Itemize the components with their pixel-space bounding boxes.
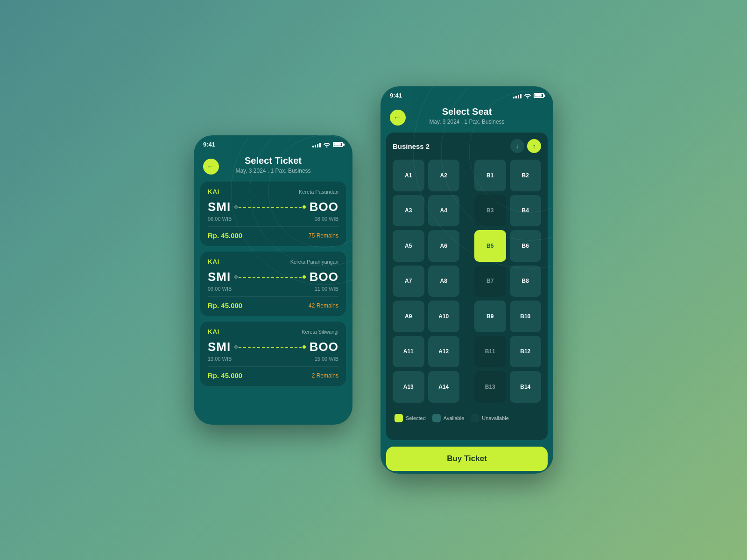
arrive-time-1: 11.00 WIB [315,286,338,292]
price-1: Rp. 45.000 [208,301,242,309]
train-name-2: Kereta Siliwangi [302,329,338,335]
seat-b13: B13 [474,371,506,403]
next-car-button[interactable]: ↑ [527,139,541,153]
legend-available-label: Available [444,415,464,421]
from-station-1: SMI [208,270,231,284]
status-time-left: 9:41 [203,141,215,148]
seat-b14[interactable]: B14 [510,371,542,403]
left-phone: 9:41 ← Select Ticket May, 3 2024 . 1 Pax… [194,135,352,425]
arrive-time-2: 15.00 WIB [315,356,338,362]
depart-time-0: 06.00 WIB [208,216,232,222]
seat-b2[interactable]: B2 [510,160,542,191]
back-button-right[interactable]: ← [390,110,406,126]
seat-a10[interactable]: A10 [428,301,460,332]
seat-a8[interactable]: A8 [428,266,460,297]
seat-b9[interactable]: B9 [474,301,506,332]
seat-a4[interactable]: A4 [428,195,460,227]
seat-a7[interactable]: A7 [393,266,424,297]
selected-dot [395,414,403,422]
seat-a9[interactable]: A9 [393,301,424,332]
page-title-right: Select Seat [390,106,544,117]
back-arrow-icon-right: ← [394,114,401,121]
seat-a11[interactable]: A11 [393,336,424,368]
aisle-spacer-row-6 [463,371,471,403]
available-dot [432,414,441,422]
aisle-spacer-row-5 [463,336,471,368]
seat-b7: B7 [474,266,506,297]
seat-b10[interactable]: B10 [510,301,542,332]
seat-header: Business 2 ↓ ↑ [393,139,541,153]
aisle-spacer-row-4 [463,301,471,332]
kai-logo-2: KAI [208,328,219,335]
aisle-spacer-row-3 [463,266,471,297]
seat-b4[interactable]: B4 [510,195,542,227]
seat-a5[interactable]: A5 [393,230,424,262]
seat-b11: B11 [474,336,506,368]
seat-a13[interactable]: A13 [393,371,424,403]
kai-logo-0: KAI [208,188,219,195]
to-station-2: BOO [310,340,338,354]
back-arrow-icon: ← [207,163,214,170]
legend-available: Available [432,414,464,422]
back-button-left[interactable]: ← [203,159,219,175]
seat-container: Business 2 ↓ ↑ A1A2B1B2A3A4B3B4A5A6B5B6A… [386,133,548,440]
seat-b1[interactable]: B1 [474,160,506,191]
ticket-card-1[interactable]: KAI Kereta Parahiyangan SMI BOO 09.00 WI… [200,252,346,316]
page-title-left: Select Ticket [203,155,343,166]
seat-a12[interactable]: A12 [428,336,460,368]
route-line-1 [234,275,306,279]
status-icons-left [312,142,343,147]
price-0: Rp. 45.000 [208,231,242,239]
route-line-2 [234,345,306,349]
arrive-time-0: 08.00 WIB [315,216,338,222]
page-subtitle-right: May, 3 2024 . 1 Pax. Business [390,119,544,125]
nav-buttons: ↓ ↑ [510,139,541,153]
status-bar-right: 9:41 [381,86,553,103]
route-line-0 [234,205,306,209]
buy-ticket-button[interactable]: Buy Ticket [386,447,548,471]
status-bar-left: 9:41 [194,135,352,152]
unavailable-dot [471,414,479,422]
status-time-right: 9:41 [390,92,402,99]
from-station-2: SMI [208,340,231,354]
to-station-0: BOO [310,200,338,214]
aisle-spacer-row-1 [463,195,471,227]
seat-b6[interactable]: B6 [510,230,542,262]
ticket-card-2[interactable]: KAI Kereta Siliwangi SMI BOO 13.00 WIB 1… [200,322,346,386]
aisle-spacer-row-0 [463,160,471,191]
legend-selected: Selected [395,414,426,422]
seat-b12[interactable]: B12 [510,336,542,368]
train-name-1: Kereta Parahiyangan [290,259,338,265]
right-phone: 9:41 ← Select Seat May, 3 2024 . 1 Pax. … [381,86,553,474]
seat-a6[interactable]: A6 [428,230,460,262]
legend-unavailable-label: Unavailable [482,415,508,421]
depart-time-1: 09.00 WIB [208,286,232,292]
from-station-0: SMI [208,200,231,214]
price-2: Rp. 45.000 [208,371,242,379]
legend-unavailable: Unavailable [471,414,508,422]
seat-a3[interactable]: A3 [393,195,424,227]
battery-icon [333,142,343,147]
remains-0: 75 Remains [309,232,338,239]
page-subtitle-left: May, 3 2024 . 1 Pax. Business [203,168,343,174]
seat-a1[interactable]: A1 [393,160,424,191]
car-label: Business 2 [393,142,430,150]
seat-b5[interactable]: B5 [474,230,506,262]
seat-grid: A1A2B1B2A3A4B3B4A5A6B5B6A7A8B7B8A9A10B9B… [393,160,541,403]
aisle-spacer-row-2 [463,230,471,262]
seat-b8[interactable]: B8 [510,266,542,297]
ticket-card-0[interactable]: KAI Kereta Pasundan SMI BOO 06.00 WIB 08… [200,182,346,246]
seat-legend: Selected Available Unavailable [393,409,541,427]
remains-2: 2 Remains [312,372,338,379]
seat-a14[interactable]: A14 [428,371,460,403]
legend-selected-label: Selected [406,415,426,421]
to-station-1: BOO [310,270,338,284]
train-name-0: Kereta Pasundan [299,189,338,195]
prev-car-button[interactable]: ↓ [510,139,524,153]
seat-a2[interactable]: A2 [428,160,460,191]
seat-b3: B3 [474,195,506,227]
status-icons-right [513,93,544,98]
signal-icon [312,142,321,147]
kai-logo-1: KAI [208,258,219,265]
page-header-right: ← Select Seat May, 3 2024 . 1 Pax. Busin… [381,103,553,133]
